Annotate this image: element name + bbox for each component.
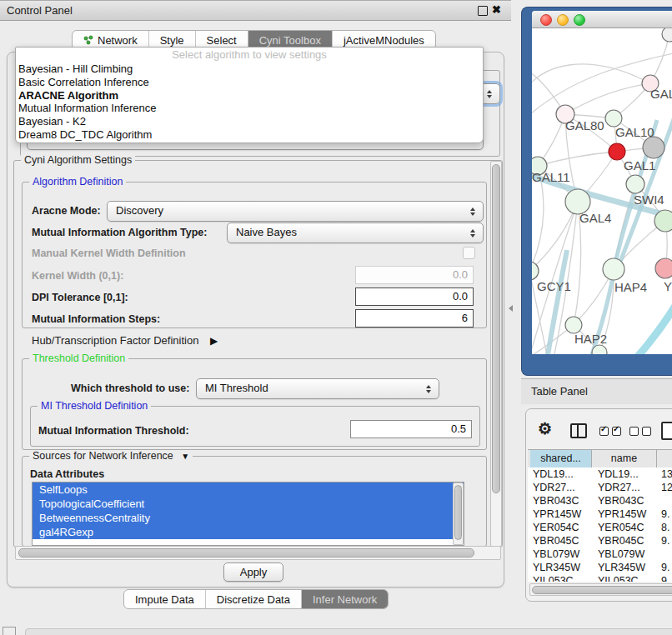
close-icon[interactable]: ✖ [492, 2, 501, 18]
algorithm-option[interactable]: ARACNE Algorithm [16, 89, 483, 102]
table-cell [658, 494, 672, 508]
group-title: Threshold Definition [29, 352, 128, 364]
network-node-hap4 [603, 258, 624, 280]
network-view[interactable]: GALGAL80GAL10GAL1GAL11SWI4GAL4GCY1HAP4YH… [532, 11, 672, 354]
node-label: SWI4 [634, 192, 664, 207]
hub-definition-toggle[interactable]: Hub/Transcription Factor Definition ▶ [32, 334, 218, 347]
network-node-gcy1 [532, 262, 539, 280]
table-row[interactable]: YPR145WYPR145W9. [528, 508, 672, 521]
dpi-tolerance-field[interactable]: 0.0 [355, 288, 474, 306]
table-horizontal-scrollbar[interactable] [529, 583, 672, 596]
table-row[interactable]: YER054CYER054C8. [528, 521, 672, 534]
tab-discretize-data[interactable]: Discretize Data [206, 590, 302, 608]
split-columns-icon[interactable] [570, 423, 587, 438]
combo-value: Naive Bayes [236, 223, 297, 242]
float-window-icon[interactable] [478, 6, 488, 16]
algorithm-option[interactable]: Bayesian - Hill Climbing [16, 62, 483, 76]
table-row[interactable]: YLR345WYLR345W9. [528, 561, 672, 574]
node-label: GAL4 [579, 211, 611, 225]
sources-title: Sources for Network Inference [33, 450, 173, 462]
aracne-mode-combobox[interactable]: Discovery [107, 201, 484, 222]
attribute-item[interactable]: BetweennessCentrality [33, 511, 464, 525]
algorithm-option[interactable]: Basic Correlation Inference [16, 76, 483, 89]
attribute-item[interactable]: SelfLoops [33, 482, 464, 497]
deselect-checkboxes-icon[interactable] [629, 427, 651, 436]
zoom-window-icon[interactable] [574, 14, 585, 26]
column-header-name[interactable]: name [592, 450, 657, 468]
table-row[interactable]: YIL053CYIL053C9. [528, 574, 672, 582]
table-cell: 13 [658, 468, 672, 481]
settings-horizontal-scrollbar[interactable] [15, 546, 501, 560]
apply-button[interactable]: Apply [223, 562, 283, 582]
network-edge [538, 152, 617, 166]
tab-label: Network [98, 34, 138, 47]
table-cell: YER054C [528, 521, 593, 534]
network-node [662, 28, 672, 42]
algorithm-option[interactable]: Bayesian - K2 [16, 115, 483, 128]
node-label: GAL [650, 87, 672, 101]
sources-toggle[interactable]: Sources for Network Inference ▼ [29, 450, 193, 462]
table-cell: YDR27... [528, 481, 593, 494]
table-cell: YER054C [593, 521, 658, 534]
table-row[interactable]: YDR27...YDR27...12 [528, 481, 672, 494]
minimize-window-icon[interactable] [557, 14, 569, 26]
table-cell: YPR145W [593, 508, 658, 521]
table-row[interactable]: YBR045CYBR045C9. [528, 534, 672, 548]
kernel-width-field[interactable]: 0.0 [355, 266, 474, 284]
attribute-item[interactable]: TopologicalCoefficient [33, 497, 464, 511]
network-edge [565, 83, 650, 114]
table-row[interactable]: YBR043CYBR043C [528, 494, 672, 508]
select-all-checkboxes-icon[interactable]: ✓✓ [599, 427, 621, 436]
table-cell: YDL19... [528, 468, 593, 481]
table-cell: YDL19... [593, 468, 658, 481]
group-title: Algorithm Definition [29, 176, 126, 188]
mi-threshold-label: Mutual Information Threshold: [38, 425, 189, 437]
dock-grip[interactable] [3, 627, 16, 635]
algorithm-dropdown: Select algorithm to view settings Bayesi… [15, 47, 484, 143]
algorithm-option[interactable]: Mutual Information Inference [16, 102, 483, 115]
table-cell: YLR345W [593, 561, 658, 574]
attributes-scrollbar[interactable] [453, 482, 464, 545]
settings-gear-icon[interactable]: ⚙ [538, 421, 552, 437]
tab-infer-network[interactable]: Infer Network [302, 590, 388, 608]
attribute-item[interactable]: gal4RGexp [33, 525, 464, 539]
table-cell: YBR045C [528, 534, 593, 548]
settings-vertical-scrollbar[interactable] [490, 161, 502, 547]
network-canvas[interactable]: GALGAL80GAL10GAL1GAL11SWI4GAL4GCY1HAP4YH… [532, 28, 672, 354]
table-row[interactable]: YBL079WYBL079W [528, 548, 672, 561]
table-cell: YLR345W [528, 561, 593, 574]
algorithm-option[interactable]: Dream8 DC_TDC Algorithm [16, 128, 483, 142]
panel-collapse-icon[interactable] [509, 305, 513, 312]
table-cell: 8. [658, 521, 672, 534]
manual-kernel-checkbox[interactable] [463, 247, 475, 259]
table-panel-title: Table Panel [531, 379, 588, 404]
document-icon[interactable] [661, 422, 672, 440]
mi-algorithm-type-combobox[interactable]: Naive Bayes [227, 222, 484, 243]
data-attributes-list[interactable]: SelfLoopsTopologicalCoefficientBetweenne… [32, 482, 464, 546]
table-cell: YIL053C [528, 574, 593, 582]
close-window-icon[interactable] [540, 14, 552, 26]
mi-steps-field[interactable]: 6 [355, 309, 474, 328]
table-row[interactable]: YDL19...YDL19...13 [528, 468, 672, 481]
tab-impute-data[interactable]: Impute Data [124, 590, 206, 608]
panel-title: Control Panel [7, 1, 73, 20]
expand-right-icon: ▶ [210, 335, 218, 347]
network-node-hap2 [565, 317, 582, 333]
column-header-clipped[interactable] [657, 450, 672, 468]
mi-threshold-field[interactable]: 0.5 [350, 420, 472, 438]
combo-arrows-icon [469, 208, 476, 216]
network-node [643, 137, 664, 158]
network-node-swi4 [626, 175, 644, 193]
table-cell: 9. [658, 574, 672, 582]
dpi-tolerance-label: DPI Tolerance [0,1]: [32, 292, 128, 303]
table-rows[interactable]: YDL19...YDL19...13YDR27...YDR27...12YBR0… [528, 468, 672, 582]
node-label: GAL80 [565, 118, 604, 132]
collapse-down-icon: ▼ [181, 452, 189, 461]
table-cell: YBR043C [593, 494, 658, 508]
node-label: GCY1 [537, 279, 571, 293]
tab-label: Infer Network [313, 593, 377, 606]
column-header-shared-name[interactable]: shared... [530, 450, 592, 468]
network-window[interactable]: GALGAL80GAL10GAL1GAL11SWI4GAL4GCY1HAP4YH… [521, 7, 672, 376]
which-threshold-combobox[interactable]: MI Threshold [196, 378, 439, 399]
which-threshold-label: Which threshold to use: [71, 382, 189, 394]
